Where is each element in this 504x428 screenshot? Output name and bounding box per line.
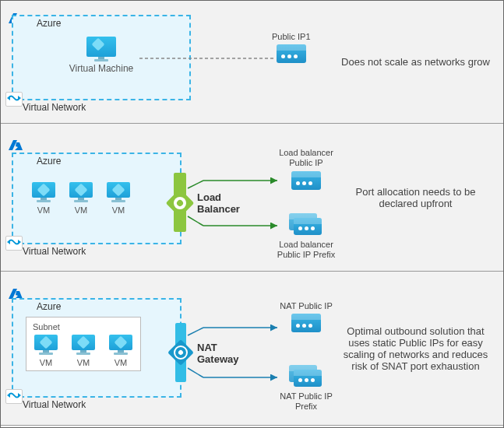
arrow-to-pip <box>188 177 281 191</box>
vm-group: VM VM VM <box>30 182 169 215</box>
vm-icon <box>105 182 132 204</box>
svg-line-7 <box>188 216 203 226</box>
arrow-to-prefix <box>188 365 281 382</box>
vm-label: VM <box>112 205 125 215</box>
virtual-network-box: Azure Subnet VM VM VM <box>12 298 182 398</box>
vm-label: VM <box>115 358 128 367</box>
vm-3: VM <box>105 182 132 215</box>
arrow-to-prefix <box>188 213 281 230</box>
description: Port allocation needs to be declared upf… <box>328 177 503 219</box>
vm-icon <box>86 37 117 61</box>
nat-gateway-icon <box>175 323 186 382</box>
vm-label: VM <box>40 358 53 367</box>
vm-icon <box>107 335 134 356</box>
vnet-azure-label: Azure <box>37 301 61 312</box>
load-balancer-label: Load Balancer <box>197 191 244 216</box>
svg-line-13 <box>188 368 203 377</box>
vnet-azure-label: Azure <box>37 18 61 29</box>
vm-label: VM <box>75 205 88 215</box>
svg-marker-10 <box>18 393 21 398</box>
svg-marker-3 <box>7 240 10 244</box>
svg-line-11 <box>188 328 203 335</box>
diagram-left: Azure Subnet VM VM VM Virtual Network NA… <box>1 284 328 413</box>
nat-public-ip-label: NAT Public IP <box>273 301 339 310</box>
public-ip-icon <box>277 44 306 63</box>
load-balancer-icon <box>174 173 186 232</box>
svg-marker-9 <box>7 393 10 398</box>
svg-marker-0 <box>7 96 10 100</box>
arrow-to-pip <box>188 325 281 339</box>
subnet-box: Subnet VM VM VM <box>26 317 141 371</box>
vm-3: VM <box>107 335 134 367</box>
vnet-icon <box>5 92 23 107</box>
vm-2: VM <box>70 335 97 367</box>
lb-public-ip-prefix-label: Load balancer Public IP Prefix <box>273 240 339 260</box>
vm-1: VM <box>30 182 57 215</box>
azure-logo-icon <box>9 140 23 153</box>
vm-label: Virtual Machine <box>69 63 134 74</box>
vm-label: VM <box>77 358 90 367</box>
vnet-azure-label: Azure <box>37 156 61 167</box>
public-ip-label: Public IP1 <box>272 32 311 41</box>
virtual-machine: Virtual Machine <box>69 37 134 74</box>
scenario-nat-gateway: Azure Subnet VM VM VM Virtual Network NA… <box>1 272 503 426</box>
vnet-icon <box>5 389 23 404</box>
vm-icon <box>68 182 94 204</box>
svg-line-5 <box>188 181 203 188</box>
virtual-network-box: Azure VM VM VM <box>12 153 182 244</box>
description: Optimal outbound solution that uses stat… <box>328 316 503 381</box>
dashed-connector <box>139 57 276 60</box>
vm-icon <box>70 335 97 356</box>
vm-1: VM <box>33 335 59 367</box>
svg-marker-4 <box>18 240 21 244</box>
public-ip-icon <box>291 314 321 332</box>
lb-public-ip-label: Load balancer Public IP <box>273 148 339 168</box>
vm-label: VM <box>37 205 51 215</box>
public-ip-prefix-icon <box>289 213 323 237</box>
nat-public-ip-prefix-label: NAT Public IP Prefix <box>273 391 339 412</box>
scenario-vm-direct: Azure Virtual Machine Virtual Network Pu… <box>1 1 503 124</box>
vm-2: VM <box>68 182 94 215</box>
nat-gateway-label: NAT Gateway <box>197 342 244 366</box>
svg-marker-1 <box>18 96 21 100</box>
vnet-icon <box>5 236 23 251</box>
public-ip-prefix-icon <box>289 365 323 388</box>
diagram-left: Azure VM VM VM Virtual Network Load Bala… <box>1 135 328 260</box>
vnet-label: Virtual Network <box>23 102 322 113</box>
vm-icon <box>30 182 57 204</box>
scenario-load-balancer: Azure VM VM VM Virtual Network Load Bala… <box>1 124 503 272</box>
subnet-label: Subnet <box>33 322 134 332</box>
description: Does not scale as networks grow <box>328 47 503 77</box>
diagram-left: Azure Virtual Machine Virtual Network Pu… <box>1 9 328 116</box>
vm-group: VM VM VM <box>33 335 134 367</box>
vm-icon <box>33 335 59 356</box>
public-ip-icon <box>291 171 321 190</box>
